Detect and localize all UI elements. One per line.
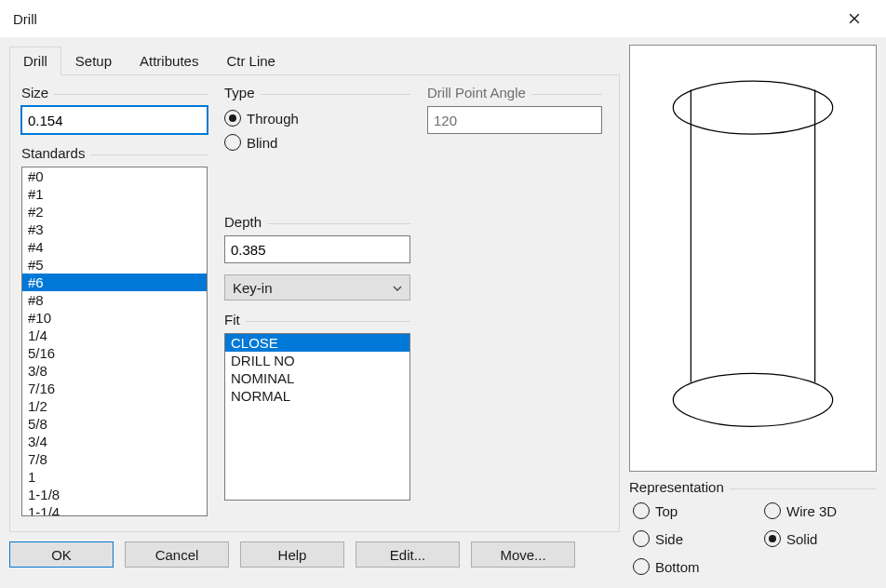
move-button[interactable]: Move... — [471, 541, 575, 568]
standards-item[interactable]: 3/4 — [22, 433, 207, 450]
standards-item[interactable]: #0 — [22, 167, 207, 185]
rep-side-radio[interactable]: Side — [633, 530, 745, 547]
rep-top-radio[interactable]: Top — [633, 502, 745, 519]
tab-setup[interactable]: Setup — [61, 47, 126, 75]
standards-item[interactable]: 1-1/4 — [22, 503, 207, 516]
standards-item[interactable]: 1-1/8 — [22, 486, 207, 503]
radio-icon — [633, 558, 650, 575]
svg-point-1 — [673, 373, 832, 426]
tab-ctr-line[interactable]: Ctr Line — [212, 47, 289, 75]
rep-top-label: Top — [655, 503, 678, 519]
rep-bottom-label: Bottom — [655, 559, 700, 575]
preview-pane — [629, 45, 877, 472]
close-button[interactable] — [836, 4, 873, 33]
svg-point-0 — [673, 81, 832, 134]
standards-item[interactable]: 7/8 — [22, 450, 207, 468]
fit-item[interactable]: NORMAL — [225, 387, 409, 405]
radio-icon — [633, 530, 650, 547]
rep-solid-label: Solid — [786, 531, 817, 547]
type-blind-radio[interactable]: Blind — [224, 134, 410, 151]
standards-item[interactable]: 5/16 — [22, 344, 207, 362]
type-through-label: Through — [247, 111, 299, 127]
window-title: Drill — [13, 11, 37, 27]
radio-icon — [224, 134, 241, 151]
tab-drill[interactable]: Drill — [9, 47, 61, 75]
standards-item[interactable]: 1 — [22, 468, 207, 486]
radio-icon — [224, 110, 241, 127]
close-icon — [849, 13, 860, 24]
right-area: Representation Top Wire 3D Side — [629, 45, 877, 579]
standards-item[interactable]: 3/8 — [22, 362, 207, 380]
depth-label: Depth — [224, 214, 410, 230]
standards-item[interactable]: #10 — [22, 309, 207, 327]
rep-side-label: Side — [655, 531, 683, 547]
column-size-standards: Size Standards #0#1#2#3#4#5#6#8#101/45/1… — [21, 85, 208, 516]
cancel-button[interactable]: Cancel — [125, 541, 229, 568]
standards-item[interactable]: #5 — [22, 256, 207, 274]
standards-item[interactable]: 7/16 — [22, 380, 207, 397]
tab-attributes[interactable]: Attributes — [126, 47, 212, 75]
standards-item[interactable]: #4 — [22, 238, 207, 256]
fit-listbox[interactable]: CLOSEDRILL NONOMINALNORMAL — [224, 333, 410, 501]
depth-mode-value: Key-in — [233, 280, 273, 296]
help-button[interactable]: Help — [240, 541, 344, 568]
standards-label: Standards — [21, 145, 208, 161]
tab-strip: Drill Setup Attributes Ctr Line — [9, 45, 620, 74]
ok-button[interactable]: OK — [9, 541, 114, 568]
standards-item[interactable]: #1 — [22, 185, 207, 203]
column-angle: Drill Point Angle — [427, 85, 602, 516]
representation-options: Top Wire 3D Side Solid — [629, 499, 877, 579]
depth-input[interactable] — [224, 235, 410, 263]
radio-icon — [764, 502, 781, 519]
radio-icon — [764, 530, 781, 547]
rep-solid-radio[interactable]: Solid — [764, 530, 877, 547]
column-type-depth: Type Through Blind Depth Key-in — [224, 85, 410, 516]
standards-item[interactable]: 5/8 — [22, 415, 207, 433]
fit-item[interactable]: CLOSE — [225, 334, 409, 352]
standards-item[interactable]: #3 — [22, 220, 207, 238]
standards-item[interactable]: 1/4 — [22, 327, 207, 344]
button-row: OK Cancel Help Edit... Move... — [9, 541, 620, 568]
standards-item[interactable]: 1/2 — [22, 397, 207, 415]
size-label: Size — [21, 85, 208, 100]
edit-button[interactable]: Edit... — [356, 541, 460, 568]
chevron-down-icon — [393, 282, 402, 293]
fit-label: Fit — [224, 312, 410, 327]
titlebar: Drill — [0, 0, 886, 37]
size-input[interactable] — [21, 106, 208, 134]
depth-mode-dropdown[interactable]: Key-in — [224, 274, 410, 301]
drill-point-angle-input — [427, 106, 602, 134]
fit-item[interactable]: NOMINAL — [225, 369, 409, 387]
rep-wire3d-radio[interactable]: Wire 3D — [764, 502, 877, 519]
radio-icon — [633, 502, 650, 519]
left-area: Drill Setup Attributes Ctr Line Size Sta… — [9, 45, 620, 579]
standards-listbox[interactable]: #0#1#2#3#4#5#6#8#101/45/163/87/161/25/83… — [21, 167, 208, 516]
representation-label: Representation — [629, 479, 877, 495]
rep-bottom-radio[interactable]: Bottom — [633, 558, 745, 575]
drill-point-angle-label: Drill Point Angle — [427, 85, 602, 100]
drill-dialog: Drill Drill Setup Attributes Ctr Line Si… — [0, 0, 886, 588]
tab-panel-drill: Size Standards #0#1#2#3#4#5#6#8#101/45/1… — [9, 74, 620, 532]
representation-group: Representation Top Wire 3D Side — [629, 477, 877, 579]
type-label: Type — [224, 85, 410, 100]
standards-item[interactable]: #6 — [22, 274, 207, 291]
dialog-body: Drill Setup Attributes Ctr Line Size Sta… — [0, 37, 886, 588]
standards-item[interactable]: #8 — [22, 291, 207, 309]
drill-preview-svg — [630, 46, 876, 471]
type-through-radio[interactable]: Through — [224, 110, 410, 127]
rep-wire3d-label: Wire 3D — [786, 503, 837, 519]
standards-item[interactable]: #2 — [22, 203, 207, 220]
type-blind-label: Blind — [247, 135, 277, 151]
fit-item[interactable]: DRILL NO — [225, 352, 409, 369]
